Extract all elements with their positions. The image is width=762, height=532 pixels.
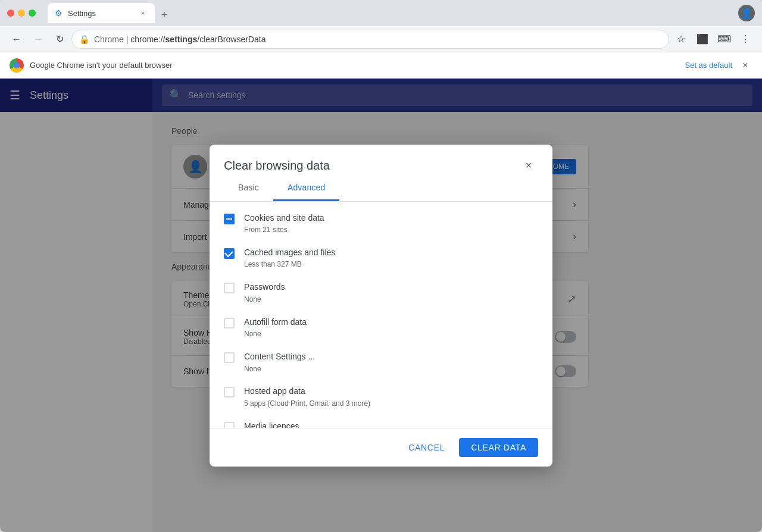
- clear-data-button[interactable]: CLEAR DATA: [459, 438, 538, 457]
- cookies-sub: From 21 sites: [244, 225, 538, 235]
- content-settings-sub: None: [244, 364, 538, 374]
- content-settings-item: Content Settings ... None: [210, 345, 552, 380]
- settings-tab-label: Settings: [68, 9, 96, 18]
- content-settings-checkbox[interactable]: [224, 352, 235, 363]
- cookies-text: Cookies and site data From 21 sites: [244, 212, 538, 235]
- tab-close-button[interactable]: ×: [138, 8, 148, 18]
- keyboard-button[interactable]: ⌨: [714, 30, 733, 49]
- media-licences-label: Media licences: [244, 421, 538, 428]
- default-browser-bar: Google Chrome isn't your default browser…: [0, 52, 762, 79]
- minimize-button[interactable]: [18, 10, 25, 17]
- menu-button[interactable]: ⋮: [736, 30, 755, 49]
- content-settings-label: Content Settings ...: [244, 351, 538, 363]
- passwords-checkbox[interactable]: [224, 283, 235, 293]
- passwords-sub: None: [244, 295, 538, 305]
- hosted-app-checkbox[interactable]: [224, 387, 235, 398]
- tab-advanced[interactable]: Advanced: [273, 176, 339, 201]
- set-default-button[interactable]: Set as default: [685, 61, 733, 70]
- hosted-app-label: Hosted app data: [244, 386, 538, 398]
- close-button[interactable]: [7, 10, 14, 17]
- cache-text: Cached images and files Less than 327 MB: [244, 247, 538, 270]
- hosted-app-sub: 5 apps (Cloud Print, Gmail, and 3 more): [244, 399, 538, 409]
- cache-label: Cached images and files: [244, 247, 538, 259]
- cookies-label: Cookies and site data: [244, 212, 538, 224]
- dialog-header: Clear browsing data ×: [210, 145, 552, 176]
- hosted-app-text: Hosted app data 5 apps (Cloud Print, Gma…: [244, 386, 538, 408]
- autofill-checkbox[interactable]: [224, 318, 235, 328]
- cache-sub: Less than 327 MB: [244, 259, 538, 270]
- tab-basic[interactable]: Basic: [224, 176, 273, 201]
- checkbox-list: Cookies and site data From 21 sites Cach…: [210, 202, 552, 428]
- modal-overlay[interactable]: Clear browsing data × Basic Advanced Coo…: [0, 79, 762, 532]
- profile-icon: 👤: [741, 8, 752, 19]
- back-button[interactable]: ←: [7, 30, 26, 49]
- autofill-label: Autofill form data: [244, 317, 538, 328]
- profile-button[interactable]: 👤: [738, 5, 755, 21]
- media-licences-checkbox[interactable]: [224, 422, 235, 428]
- dialog-tabs: Basic Advanced: [210, 176, 552, 202]
- tab-bar: ⚙ Settings × +: [48, 3, 173, 23]
- settings-tab-icon: ⚙: [55, 8, 64, 18]
- hosted-app-item: Hosted app data 5 apps (Cloud Print, Gma…: [210, 380, 552, 414]
- address-domain: chrome://settings/clearBrowserData: [130, 35, 266, 44]
- media-licences-item: Media licences You may lose access to pr…: [210, 415, 552, 428]
- passwords-label: Passwords: [244, 281, 538, 293]
- clear-browsing-data-dialog: Clear browsing data × Basic Advanced Coo…: [210, 145, 552, 467]
- nav-right-buttons: ☆ ⬛ ⌨ ⋮: [672, 30, 755, 49]
- dialog-title: Clear browsing data: [224, 159, 330, 173]
- cookies-item: Cookies and site data From 21 sites: [210, 206, 552, 241]
- forward-button: →: [29, 30, 48, 49]
- content-settings-text: Content Settings ... None: [244, 351, 538, 374]
- close-bar-button[interactable]: ×: [738, 58, 752, 73]
- maximize-button[interactable]: [29, 10, 36, 17]
- media-licences-text: Media licences You may lose access to pr…: [244, 421, 538, 428]
- title-bar: ⚙ Settings × + 👤: [0, 0, 762, 26]
- bookmark-button[interactable]: ☆: [672, 30, 691, 49]
- cancel-button[interactable]: CANCEL: [399, 438, 454, 457]
- lock-icon: 🔒: [79, 35, 89, 44]
- dialog-close-button[interactable]: ×: [519, 157, 538, 176]
- settings-tab[interactable]: ⚙ Settings ×: [48, 3, 155, 23]
- passwords-text: Passwords None: [244, 281, 538, 304]
- cache-checkbox[interactable]: [224, 248, 235, 259]
- address-scheme: Chrome |: [94, 35, 130, 44]
- cookies-checkbox[interactable]: [224, 214, 235, 224]
- chrome-logo: [10, 58, 24, 73]
- address-text: Chrome | chrome://settings/clearBrowserD…: [94, 35, 661, 44]
- cache-item: Cached images and files Less than 327 MB: [210, 241, 552, 276]
- autofill-text: Autofill form data None: [244, 317, 538, 339]
- traffic-lights: [7, 10, 36, 17]
- main-content: ☰ Settings 🔍 Search settings People: [0, 79, 762, 532]
- nav-bar: ← → ↻ 🔒 Chrome | chrome://settings/clear…: [0, 26, 762, 52]
- passwords-item: Passwords None: [210, 276, 552, 310]
- dialog-footer: CANCEL CLEAR DATA: [210, 428, 552, 467]
- reload-button[interactable]: ↻: [50, 30, 69, 49]
- address-bar[interactable]: 🔒 Chrome | chrome://settings/clearBrowse…: [71, 30, 669, 49]
- new-tab-button[interactable]: +: [156, 7, 173, 23]
- browser-window: ⚙ Settings × + 👤 ← → ↻ 🔒 Chrome | chrome…: [0, 0, 762, 532]
- autofill-sub: None: [244, 329, 538, 339]
- cast-button[interactable]: ⬛: [693, 30, 712, 49]
- default-browser-message: Google Chrome isn't your default browser: [30, 61, 679, 70]
- autofill-item: Autofill form data None: [210, 311, 552, 345]
